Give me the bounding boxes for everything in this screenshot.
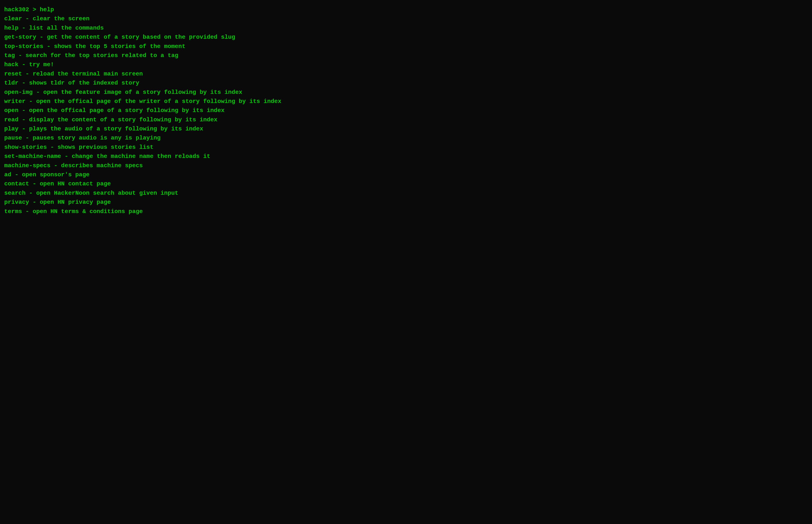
terminal-line: open-img - open the feature image of a s… bbox=[4, 88, 808, 97]
terminal-line: hack - try me! bbox=[4, 60, 808, 69]
terminal-container: hack302 > help clear - clear the screenh… bbox=[4, 5, 808, 216]
terminal-line: set-machine-name - change the machine na… bbox=[4, 152, 808, 161]
terminal-line: tldr - shows tldr of the indexed story bbox=[4, 78, 808, 87]
terminal-line: get-story - get the content of a story b… bbox=[4, 33, 808, 42]
terminal-line: terms - open HN terms & conditions page bbox=[4, 207, 808, 216]
terminal-line: read - display the content of a story fo… bbox=[4, 115, 808, 124]
terminal-line: tag - search for the top stories related… bbox=[4, 51, 808, 60]
terminal-line: writer - open the offical page of the wr… bbox=[4, 97, 808, 106]
terminal-line: top-stories - shows the top 5 stories of… bbox=[4, 42, 808, 51]
terminal-output: clear - clear the screenhelp - list all … bbox=[4, 14, 808, 216]
terminal-line: open - open the offical page of a story … bbox=[4, 106, 808, 115]
terminal-prompt: hack302 > help bbox=[4, 5, 808, 14]
terminal-line: clear - clear the screen bbox=[4, 14, 808, 23]
terminal-line: search - open HackerNoon search about gi… bbox=[4, 189, 808, 198]
terminal-line: pause - pauses story audio is any is pla… bbox=[4, 133, 808, 143]
terminal-line: ad - open sponsor's page bbox=[4, 170, 808, 179]
terminal-line: privacy - open HN privacy page bbox=[4, 198, 808, 207]
terminal-line: play - plays the audio of a story follow… bbox=[4, 124, 808, 133]
terminal-line: contact - open HN contact page bbox=[4, 179, 808, 189]
terminal-line: help - list all the commands bbox=[4, 23, 808, 33]
terminal-line: reset - reload the terminal main screen bbox=[4, 69, 808, 78]
terminal-line: show-stories - shows previous stories li… bbox=[4, 143, 808, 152]
terminal-line: machine-specs - describes machine specs bbox=[4, 161, 808, 170]
